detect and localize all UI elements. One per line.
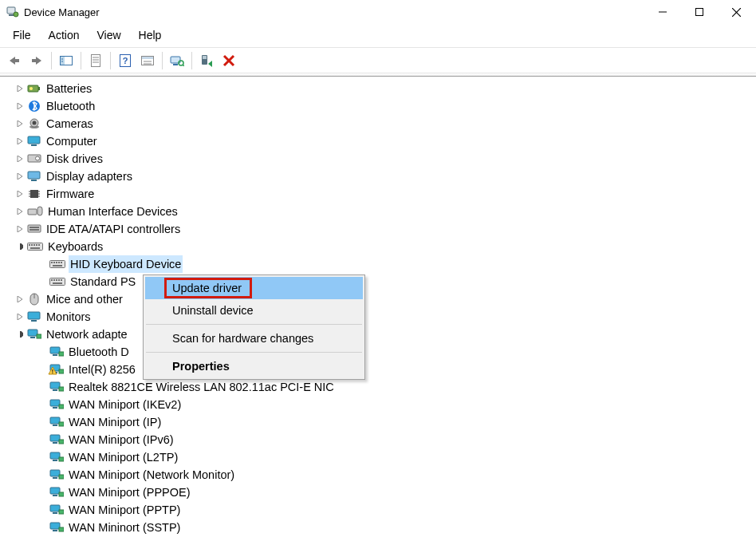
svg-rect-54 — [30, 227, 39, 228]
tree-category-cameras[interactable]: Cameras — [0, 115, 756, 132]
back-button[interactable] — [3, 50, 26, 71]
action-list-button[interactable] — [136, 50, 159, 71]
tree-label: WAN Miniport (PPPOE) — [67, 484, 192, 501]
tree-device-wan-pptp[interactable]: WAN Miniport (PPTP) — [0, 501, 756, 519]
tree-category-computer[interactable]: Computer — [0, 132, 756, 150]
svg-rect-28 — [203, 56, 207, 59]
tree-category-display-adapters[interactable]: Display adapters — [0, 168, 756, 185]
svg-rect-52 — [37, 207, 42, 215]
expand-icon[interactable] — [14, 171, 26, 182]
expand-icon[interactable] — [14, 83, 26, 94]
tree-device-wan-ipv6[interactable]: WAN Miniport (IPv6) — [0, 431, 756, 448]
help-button[interactable]: ? — [114, 50, 136, 71]
expand-icon[interactable] — [14, 153, 26, 164]
svg-rect-112 — [50, 505, 60, 511]
window-title: Device Manager — [24, 6, 644, 18]
monitor-icon — [27, 310, 41, 323]
keyboard-icon — [49, 275, 65, 288]
tree-device-intel-adapter[interactable]: ! Intel(R) 8256 — [0, 361, 756, 378]
svg-rect-76 — [53, 282, 62, 284]
uninstall-device-button[interactable] — [218, 50, 240, 71]
svg-rect-108 — [59, 475, 64, 479]
tree-device-wan-sstp[interactable]: WAN Mininort (SSTP) — [0, 519, 756, 536]
network-icon — [49, 503, 64, 516]
properties-button[interactable] — [85, 50, 107, 71]
menu-file[interactable]: File — [5, 26, 39, 45]
tree-device-wan-pppoe[interactable]: WAN Miniport (PPPOE) — [0, 484, 756, 501]
tree-device-wan-l2tp[interactable]: WAN Miniport (L2TP) — [0, 448, 756, 466]
tree-device-wan-ikev2[interactable]: WAN Miniport (IKEv2) — [0, 396, 756, 413]
svg-rect-107 — [53, 477, 57, 479]
camera-icon — [27, 117, 41, 130]
svg-rect-64 — [51, 262, 53, 263]
close-button[interactable] — [718, 0, 754, 24]
svg-rect-89 — [59, 369, 64, 373]
keyboard-icon — [27, 240, 43, 253]
tree-label: WAN Miniport (PPTP) — [67, 501, 182, 519]
network-icon — [49, 486, 64, 499]
enable-device-button[interactable] — [195, 50, 218, 71]
expand-icon[interactable] — [14, 136, 26, 147]
svg-point-2 — [14, 12, 18, 17]
expand-icon[interactable] — [14, 188, 26, 199]
toolbar-separator — [51, 52, 52, 69]
context-menu-uninstall-device[interactable]: Uninstall device — [145, 299, 363, 322]
network-icon — [49, 433, 64, 446]
maximize-button[interactable] — [681, 0, 718, 24]
tree-label: Display adapters — [45, 168, 134, 185]
tree-device-realtek-adapter[interactable]: Realtek 8821CE Wireless LAN 802.11ac PCI… — [0, 378, 756, 396]
warning-overlay-icon: ! — [48, 366, 57, 376]
svg-rect-110 — [53, 495, 57, 496]
tree-device-wan-ip[interactable]: WAN Miniport (IP) — [0, 413, 756, 431]
tree-label: Mice and other — [45, 290, 124, 308]
context-menu-update-driver[interactable]: Update driver — [145, 277, 363, 299]
menu-help[interactable]: Help — [131, 26, 170, 45]
tree-label: IDE ATA/ATAPI controllers — [45, 220, 182, 238]
device-manager-icon — [6, 6, 19, 18]
svg-rect-7 — [14, 59, 19, 62]
tree-device-bluetooth-adapter[interactable]: Bluetooth D — [0, 343, 756, 361]
menu-action[interactable]: Action — [41, 26, 88, 45]
expand-icon[interactable] — [14, 311, 26, 322]
svg-rect-39 — [31, 144, 37, 146]
context-menu-properties[interactable]: Properties — [145, 355, 363, 377]
tree-category-mice[interactable]: Mice and other — [0, 290, 756, 308]
expand-icon[interactable] — [14, 118, 26, 129]
show-hide-console-tree-button[interactable] — [55, 50, 77, 71]
expand-icon[interactable] — [14, 206, 26, 217]
tree-category-batteries[interactable]: Batteries — [0, 80, 756, 97]
tree-category-keyboards[interactable]: Keyboards — [0, 238, 756, 255]
collapse-icon[interactable] — [14, 241, 26, 252]
context-menu-separator — [146, 352, 362, 353]
tree-category-hid[interactable]: Human Interface Devices — [0, 203, 756, 220]
svg-rect-61 — [38, 244, 40, 246]
svg-rect-79 — [28, 312, 40, 319]
device-tree[interactable]: Batteries Bluetooth Cameras Computer Dis… — [0, 77, 756, 536]
forward-button[interactable] — [26, 50, 48, 71]
tree-category-network-adapters[interactable]: Network adapte — [0, 326, 756, 343]
expand-icon[interactable] — [14, 101, 26, 112]
expand-icon[interactable] — [14, 294, 26, 305]
tree-device-standard-ps-keyboard[interactable]: Standard PS — [0, 273, 756, 290]
svg-rect-96 — [59, 405, 64, 409]
expand-icon[interactable] — [14, 223, 26, 235]
tree-category-bluetooth[interactable]: Bluetooth — [0, 97, 756, 115]
network-icon — [49, 416, 64, 428]
svg-rect-81 — [28, 330, 37, 336]
minimize-button[interactable] — [644, 0, 681, 24]
svg-rect-109 — [50, 488, 60, 494]
tree-device-hid-keyboard[interactable]: HID Keyboard Device — [0, 255, 756, 273]
tree-category-firmware[interactable]: Firmware — [0, 185, 756, 203]
svg-rect-86 — [59, 352, 64, 356]
collapse-icon[interactable] — [14, 329, 26, 340]
tree-device-wan-monitor[interactable]: WAN Miniport (Network Monitor) — [0, 466, 756, 484]
tree-category-monitors[interactable]: Monitors — [0, 308, 756, 326]
svg-rect-55 — [30, 229, 39, 231]
menu-view[interactable]: View — [89, 26, 128, 45]
tree-category-ide[interactable]: IDE ATA/ATAPI controllers — [0, 220, 756, 238]
tree-category-disk-drives[interactable]: Disk drives — [0, 150, 756, 168]
context-menu-scan-hardware[interactable]: Scan for hardware changes — [145, 327, 363, 349]
svg-rect-51 — [28, 209, 37, 215]
scan-hardware-button[interactable] — [166, 50, 188, 71]
svg-rect-117 — [59, 527, 64, 531]
